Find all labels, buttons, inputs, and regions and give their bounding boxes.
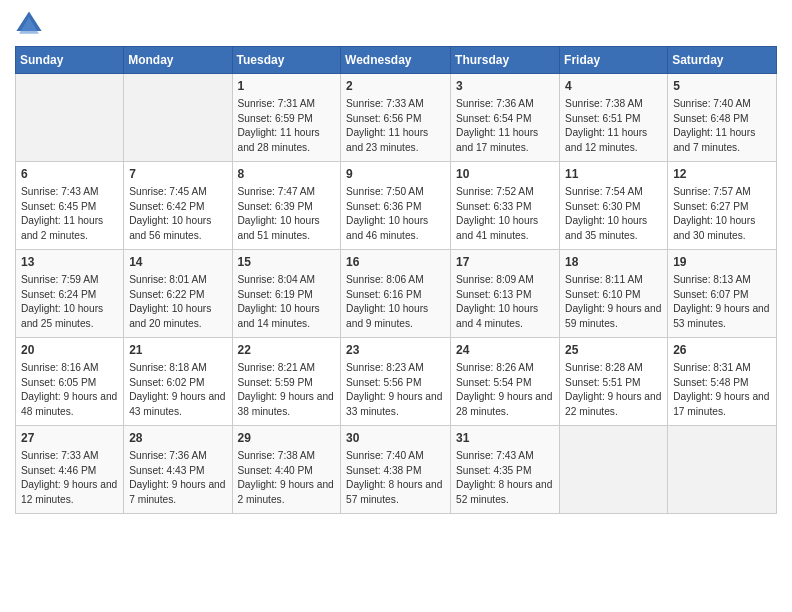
day-info: Sunrise: 8:31 AM Sunset: 5:48 PM Dayligh… bbox=[673, 361, 771, 420]
day-info: Sunrise: 7:40 AM Sunset: 6:48 PM Dayligh… bbox=[673, 97, 771, 156]
calendar-cell: 25Sunrise: 8:28 AM Sunset: 5:51 PM Dayli… bbox=[560, 338, 668, 426]
calendar-cell bbox=[16, 74, 124, 162]
calendar-cell: 16Sunrise: 8:06 AM Sunset: 6:16 PM Dayli… bbox=[341, 250, 451, 338]
calendar-cell: 10Sunrise: 7:52 AM Sunset: 6:33 PM Dayli… bbox=[451, 162, 560, 250]
weekday-header-monday: Monday bbox=[124, 47, 232, 74]
day-number: 20 bbox=[21, 342, 118, 359]
day-info: Sunrise: 7:38 AM Sunset: 4:40 PM Dayligh… bbox=[238, 449, 336, 508]
day-number: 19 bbox=[673, 254, 771, 271]
day-info: Sunrise: 7:40 AM Sunset: 4:38 PM Dayligh… bbox=[346, 449, 445, 508]
calendar-cell: 6Sunrise: 7:43 AM Sunset: 6:45 PM Daylig… bbox=[16, 162, 124, 250]
day-info: Sunrise: 8:09 AM Sunset: 6:13 PM Dayligh… bbox=[456, 273, 554, 332]
calendar-cell: 11Sunrise: 7:54 AM Sunset: 6:30 PM Dayli… bbox=[560, 162, 668, 250]
day-number: 24 bbox=[456, 342, 554, 359]
day-number: 13 bbox=[21, 254, 118, 271]
calendar-cell bbox=[124, 74, 232, 162]
calendar-cell: 20Sunrise: 8:16 AM Sunset: 6:05 PM Dayli… bbox=[16, 338, 124, 426]
calendar-cell: 31Sunrise: 7:43 AM Sunset: 4:35 PM Dayli… bbox=[451, 426, 560, 514]
calendar-cell: 15Sunrise: 8:04 AM Sunset: 6:19 PM Dayli… bbox=[232, 250, 341, 338]
day-number: 4 bbox=[565, 78, 662, 95]
calendar-cell bbox=[560, 426, 668, 514]
day-number: 17 bbox=[456, 254, 554, 271]
day-number: 21 bbox=[129, 342, 226, 359]
day-info: Sunrise: 7:43 AM Sunset: 4:35 PM Dayligh… bbox=[456, 449, 554, 508]
day-number: 5 bbox=[673, 78, 771, 95]
day-info: Sunrise: 8:06 AM Sunset: 6:16 PM Dayligh… bbox=[346, 273, 445, 332]
day-number: 16 bbox=[346, 254, 445, 271]
day-number: 10 bbox=[456, 166, 554, 183]
calendar-cell: 14Sunrise: 8:01 AM Sunset: 6:22 PM Dayli… bbox=[124, 250, 232, 338]
calendar-week-row: 20Sunrise: 8:16 AM Sunset: 6:05 PM Dayli… bbox=[16, 338, 777, 426]
day-number: 12 bbox=[673, 166, 771, 183]
weekday-header-friday: Friday bbox=[560, 47, 668, 74]
calendar-cell: 19Sunrise: 8:13 AM Sunset: 6:07 PM Dayli… bbox=[668, 250, 777, 338]
day-number: 9 bbox=[346, 166, 445, 183]
day-number: 11 bbox=[565, 166, 662, 183]
calendar-cell: 27Sunrise: 7:33 AM Sunset: 4:46 PM Dayli… bbox=[16, 426, 124, 514]
calendar-cell: 2Sunrise: 7:33 AM Sunset: 6:56 PM Daylig… bbox=[341, 74, 451, 162]
calendar-week-row: 1Sunrise: 7:31 AM Sunset: 6:59 PM Daylig… bbox=[16, 74, 777, 162]
calendar-cell: 13Sunrise: 7:59 AM Sunset: 6:24 PM Dayli… bbox=[16, 250, 124, 338]
day-info: Sunrise: 7:31 AM Sunset: 6:59 PM Dayligh… bbox=[238, 97, 336, 156]
day-info: Sunrise: 8:18 AM Sunset: 6:02 PM Dayligh… bbox=[129, 361, 226, 420]
weekday-header-saturday: Saturday bbox=[668, 47, 777, 74]
day-info: Sunrise: 7:57 AM Sunset: 6:27 PM Dayligh… bbox=[673, 185, 771, 244]
day-info: Sunrise: 7:52 AM Sunset: 6:33 PM Dayligh… bbox=[456, 185, 554, 244]
calendar-cell: 8Sunrise: 7:47 AM Sunset: 6:39 PM Daylig… bbox=[232, 162, 341, 250]
calendar-cell: 3Sunrise: 7:36 AM Sunset: 6:54 PM Daylig… bbox=[451, 74, 560, 162]
day-info: Sunrise: 8:16 AM Sunset: 6:05 PM Dayligh… bbox=[21, 361, 118, 420]
day-info: Sunrise: 7:50 AM Sunset: 6:36 PM Dayligh… bbox=[346, 185, 445, 244]
day-number: 15 bbox=[238, 254, 336, 271]
day-info: Sunrise: 7:43 AM Sunset: 6:45 PM Dayligh… bbox=[21, 185, 118, 244]
calendar-table: SundayMondayTuesdayWednesdayThursdayFrid… bbox=[15, 46, 777, 514]
day-number: 23 bbox=[346, 342, 445, 359]
calendar-cell: 30Sunrise: 7:40 AM Sunset: 4:38 PM Dayli… bbox=[341, 426, 451, 514]
day-number: 18 bbox=[565, 254, 662, 271]
weekday-header-sunday: Sunday bbox=[16, 47, 124, 74]
day-info: Sunrise: 8:11 AM Sunset: 6:10 PM Dayligh… bbox=[565, 273, 662, 332]
day-info: Sunrise: 8:26 AM Sunset: 5:54 PM Dayligh… bbox=[456, 361, 554, 420]
calendar-week-row: 13Sunrise: 7:59 AM Sunset: 6:24 PM Dayli… bbox=[16, 250, 777, 338]
day-number: 28 bbox=[129, 430, 226, 447]
day-info: Sunrise: 8:13 AM Sunset: 6:07 PM Dayligh… bbox=[673, 273, 771, 332]
weekday-header-tuesday: Tuesday bbox=[232, 47, 341, 74]
day-info: Sunrise: 7:59 AM Sunset: 6:24 PM Dayligh… bbox=[21, 273, 118, 332]
page-header bbox=[15, 10, 777, 38]
day-info: Sunrise: 7:54 AM Sunset: 6:30 PM Dayligh… bbox=[565, 185, 662, 244]
calendar-cell: 4Sunrise: 7:38 AM Sunset: 6:51 PM Daylig… bbox=[560, 74, 668, 162]
day-info: Sunrise: 7:33 AM Sunset: 4:46 PM Dayligh… bbox=[21, 449, 118, 508]
calendar-cell bbox=[668, 426, 777, 514]
day-number: 29 bbox=[238, 430, 336, 447]
day-info: Sunrise: 8:21 AM Sunset: 5:59 PM Dayligh… bbox=[238, 361, 336, 420]
day-number: 6 bbox=[21, 166, 118, 183]
day-number: 2 bbox=[346, 78, 445, 95]
calendar-week-row: 27Sunrise: 7:33 AM Sunset: 4:46 PM Dayli… bbox=[16, 426, 777, 514]
weekday-header-row: SundayMondayTuesdayWednesdayThursdayFrid… bbox=[16, 47, 777, 74]
calendar-cell: 12Sunrise: 7:57 AM Sunset: 6:27 PM Dayli… bbox=[668, 162, 777, 250]
calendar-cell: 23Sunrise: 8:23 AM Sunset: 5:56 PM Dayli… bbox=[341, 338, 451, 426]
day-number: 22 bbox=[238, 342, 336, 359]
logo bbox=[15, 10, 47, 38]
day-number: 31 bbox=[456, 430, 554, 447]
day-number: 26 bbox=[673, 342, 771, 359]
calendar-cell: 5Sunrise: 7:40 AM Sunset: 6:48 PM Daylig… bbox=[668, 74, 777, 162]
calendar-cell: 22Sunrise: 8:21 AM Sunset: 5:59 PM Dayli… bbox=[232, 338, 341, 426]
calendar-cell: 9Sunrise: 7:50 AM Sunset: 6:36 PM Daylig… bbox=[341, 162, 451, 250]
day-info: Sunrise: 7:47 AM Sunset: 6:39 PM Dayligh… bbox=[238, 185, 336, 244]
day-number: 14 bbox=[129, 254, 226, 271]
day-number: 8 bbox=[238, 166, 336, 183]
calendar-cell: 26Sunrise: 8:31 AM Sunset: 5:48 PM Dayli… bbox=[668, 338, 777, 426]
calendar-cell: 1Sunrise: 7:31 AM Sunset: 6:59 PM Daylig… bbox=[232, 74, 341, 162]
calendar-cell: 17Sunrise: 8:09 AM Sunset: 6:13 PM Dayli… bbox=[451, 250, 560, 338]
day-info: Sunrise: 7:36 AM Sunset: 4:43 PM Dayligh… bbox=[129, 449, 226, 508]
day-number: 30 bbox=[346, 430, 445, 447]
day-info: Sunrise: 8:23 AM Sunset: 5:56 PM Dayligh… bbox=[346, 361, 445, 420]
calendar-week-row: 6Sunrise: 7:43 AM Sunset: 6:45 PM Daylig… bbox=[16, 162, 777, 250]
day-info: Sunrise: 8:28 AM Sunset: 5:51 PM Dayligh… bbox=[565, 361, 662, 420]
calendar-cell: 28Sunrise: 7:36 AM Sunset: 4:43 PM Dayli… bbox=[124, 426, 232, 514]
calendar-cell: 24Sunrise: 8:26 AM Sunset: 5:54 PM Dayli… bbox=[451, 338, 560, 426]
day-info: Sunrise: 7:45 AM Sunset: 6:42 PM Dayligh… bbox=[129, 185, 226, 244]
day-info: Sunrise: 7:36 AM Sunset: 6:54 PM Dayligh… bbox=[456, 97, 554, 156]
weekday-header-wednesday: Wednesday bbox=[341, 47, 451, 74]
day-info: Sunrise: 7:33 AM Sunset: 6:56 PM Dayligh… bbox=[346, 97, 445, 156]
